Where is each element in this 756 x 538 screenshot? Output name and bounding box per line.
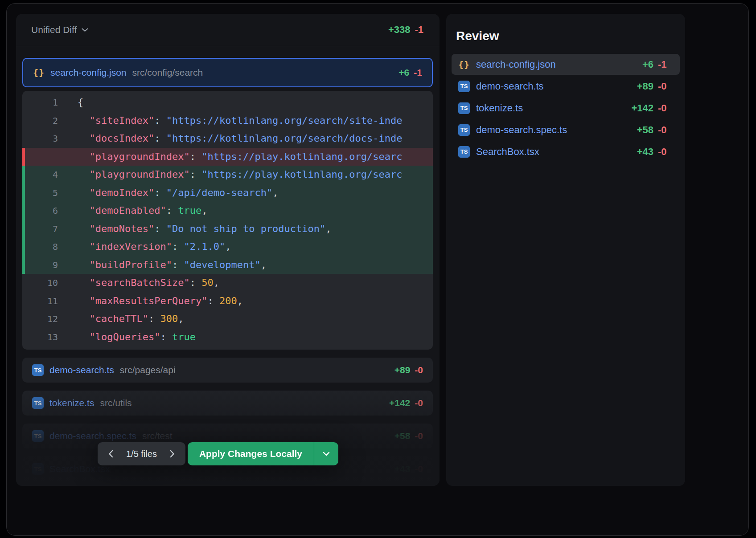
chevron-down-icon	[82, 28, 88, 32]
apply-changes-group: Apply Changes Locally	[188, 442, 338, 465]
file-removed-count: -1	[658, 59, 673, 70]
file-name: demo-search.ts	[476, 81, 544, 92]
code-text: {	[58, 94, 83, 112]
line-number: 6	[22, 202, 58, 220]
file-removed-count: -0	[415, 365, 423, 375]
code-line: "playgroundIndex": "https://play.kotlinl…	[22, 148, 433, 166]
typescript-file-icon: TS	[32, 463, 44, 475]
line-number: 5	[22, 184, 58, 202]
code-text: "playgroundIndex": "https://play.kotlinl…	[58, 166, 403, 184]
app-window: Unified Diff +338 -1 {} search-config.js…	[6, 3, 749, 536]
diff-change-marker	[22, 166, 25, 184]
code-line: 9 "buildProfile": "development",	[22, 256, 433, 274]
file-path: src/config/search	[132, 67, 203, 78]
code-text: "siteIndex": "https://kotlinlang.org/sea…	[58, 112, 403, 130]
json-file-icon: {}	[33, 67, 45, 78]
file-path: src/test	[142, 431, 173, 441]
line-number: 1	[22, 94, 58, 112]
line-number: 12	[22, 310, 58, 328]
diff-change-marker	[22, 130, 25, 148]
file-diff-counts: +142 -0	[629, 102, 673, 114]
file-added-count: +142	[389, 398, 410, 408]
code-line: 3 "docsIndex": "https://kotlinlang.org/s…	[22, 130, 433, 148]
file-diff-counts: +58 -0	[629, 124, 673, 136]
file-removed-count: -1	[414, 67, 422, 78]
code-line: 7 "demoNotes": "Do not ship to productio…	[22, 220, 433, 238]
review-title: Review	[456, 29, 680, 43]
file-name: demo-search.ts	[49, 365, 114, 375]
code-line: 12 "cacheTTL": 300,	[22, 310, 433, 328]
file-card[interactable]: TS tokenize.ts src/utils +142 -0	[22, 391, 433, 416]
typescript-file-icon: TS	[458, 81, 470, 92]
code-text: "demoEnabled": true,	[58, 202, 207, 220]
review-file-row[interactable]: TS tokenize.ts +142 -0	[452, 98, 680, 118]
file-added-count: +58	[629, 124, 653, 136]
file-diff-counts: +89 -0	[629, 81, 673, 92]
typescript-file-icon: TS	[458, 146, 470, 158]
line-number	[22, 148, 58, 166]
chevron-down-icon	[323, 452, 330, 456]
review-file-row[interactable]: {} search-config.json +6 -1	[452, 54, 680, 75]
diff-panel: Unified Diff +338 -1 {} search-config.js…	[16, 14, 440, 486]
prev-file-button[interactable]	[101, 444, 120, 463]
diff-change-marker	[22, 274, 25, 292]
total-removed-count: -1	[415, 24, 423, 36]
diff-change-marker	[22, 292, 25, 310]
review-file-row[interactable]: TS demo-search.spec.ts +58 -0	[452, 119, 680, 140]
review-file-row[interactable]: TS demo-search.ts +89 -0	[452, 76, 680, 97]
line-number: 3	[22, 130, 58, 148]
file-path: src/pages/api	[120, 365, 176, 375]
code-text: "maxResultsPerQuery": 200,	[58, 292, 243, 310]
line-number: 13	[22, 328, 58, 346]
file-added-count: +89	[394, 365, 411, 375]
file-diff-counts: +43 -0	[629, 146, 673, 158]
file-name: demo-search.spec.ts	[49, 431, 136, 441]
next-file-button[interactable]	[163, 444, 182, 463]
diff-change-marker	[22, 202, 25, 220]
file-card-selected[interactable]: {} search-config.json src/config/search …	[22, 58, 433, 87]
file-name: demo-search.spec.ts	[476, 124, 567, 136]
diff-view-selector[interactable]: Unified Diff	[31, 24, 88, 35]
file-diff-counts: +6 -1	[399, 67, 422, 78]
code-line: 1 {	[22, 94, 433, 112]
diff-change-marker	[22, 310, 25, 328]
code-text: "demoIndex": "/api/demo-search",	[58, 184, 278, 202]
file-removed-count: -0	[658, 81, 673, 92]
file-name: tokenize.ts	[49, 398, 94, 408]
apply-changes-button[interactable]: Apply Changes Locally	[188, 442, 314, 465]
code-line: 11 "maxResultsPerQuery": 200,	[22, 292, 433, 310]
diff-change-marker	[22, 184, 25, 202]
apply-options-button[interactable]	[314, 442, 338, 465]
diff-change-marker	[22, 256, 25, 274]
code-text: "docsIndex": "https://kotlinlang.org/sea…	[58, 130, 403, 148]
file-pager: 1/5 files	[98, 442, 185, 465]
file-diff-counts: +43 -0	[394, 464, 423, 474]
line-number: 8	[22, 238, 58, 256]
file-removed-count: -0	[415, 464, 423, 474]
diff-view-label: Unified Diff	[31, 24, 77, 35]
chevron-right-icon	[170, 450, 175, 458]
total-added-count: +338	[388, 24, 411, 36]
review-panel: Review {} search-config.json +6 -1 TS de…	[446, 14, 685, 486]
code-text: "indexVersion": "2.1.0",	[58, 238, 231, 256]
total-diff-counts: +338 -1	[388, 24, 423, 36]
code-line: 4 "playgroundIndex": "https://play.kotli…	[22, 166, 433, 184]
file-card[interactable]: TS demo-search.ts src/pages/api +89 -0	[22, 358, 433, 383]
file-removed-count: -0	[658, 102, 673, 114]
file-added-count: +6	[399, 67, 409, 78]
file-removed-count: -0	[415, 431, 423, 441]
review-file-list: {} search-config.json +6 -1 TS demo-sear…	[452, 54, 680, 162]
file-name: search-config.json	[50, 67, 126, 78]
json-file-icon: {}	[458, 59, 470, 70]
code-text: "playgroundIndex": "https://play.kotlinl…	[58, 148, 403, 166]
review-file-row[interactable]: TS SearchBox.tsx +43 -0	[452, 141, 680, 162]
typescript-file-icon: TS	[458, 102, 470, 114]
code-line: 5 "demoIndex": "/api/demo-search",	[22, 184, 433, 202]
file-removed-count: -0	[658, 146, 673, 158]
file-diff-counts: +89 -0	[394, 365, 423, 375]
file-added-count: +43	[394, 464, 411, 474]
code-line: 6 "demoEnabled": true,	[22, 202, 433, 220]
file-added-count: +43	[629, 146, 653, 158]
typescript-file-icon: TS	[32, 397, 44, 409]
code-text: "cacheTTL": 300,	[58, 310, 184, 328]
